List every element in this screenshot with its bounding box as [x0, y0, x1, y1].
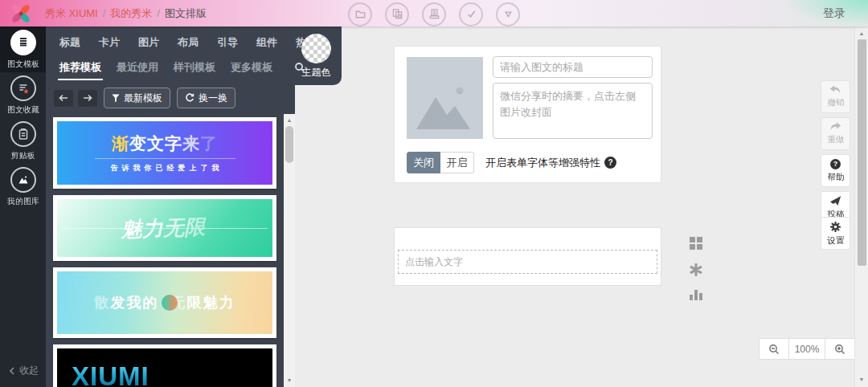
tab-image[interactable]: 图片	[138, 35, 159, 50]
arrow-left-icon	[59, 94, 68, 102]
collapse-sidebar-button[interactable]: 收起	[9, 364, 39, 377]
filter-funnel-icon	[112, 94, 120, 103]
redo-button[interactable]: 重做	[821, 117, 850, 150]
mountain-placeholder-icon	[413, 76, 477, 134]
zoom-out-button[interactable]	[759, 338, 789, 360]
tab-title[interactable]: 标题	[59, 35, 80, 50]
category-tabs: 标题 卡片 图片 布局 引导 组件 热门	[46, 26, 342, 50]
template-preview: 散发我的无限魅力	[57, 271, 272, 334]
tab-layout[interactable]: 布局	[178, 35, 199, 50]
xiumi-logo-icon[interactable]	[10, 3, 31, 24]
scroll-up-icon[interactable]: ▲	[284, 116, 295, 124]
save-copy-icon[interactable]	[385, 2, 409, 26]
scrollbar-thumb[interactable]	[858, 39, 866, 266]
help-button[interactable]: ? 帮助	[821, 154, 850, 187]
scroll-up-icon[interactable]: ▲	[855, 30, 868, 38]
image-mountain-icon	[10, 167, 36, 193]
sidebar-item-label: 我的图库	[7, 196, 39, 206]
xiumi-editor: 秀米 XIUMI / 我的秀米 / 图文排版	[0, 0, 868, 387]
sidebar-item-label: 剪贴板	[11, 150, 35, 161]
arrow-right-icon	[83, 94, 92, 102]
breadcrumb: 秀米 XIUMI / 我的秀米 / 图文排版	[45, 6, 207, 21]
breadcrumb-current: 图文排版	[165, 6, 207, 21]
zoom-level-value[interactable]: 100%	[788, 338, 825, 360]
check-icon[interactable]	[459, 2, 483, 26]
redo-label: 重做	[827, 133, 844, 145]
template-card-infinite-charm[interactable]: 散发我的无限魅力	[53, 267, 276, 338]
theme-color-label: 主题色	[302, 66, 331, 79]
header-action-icons	[348, 1, 520, 27]
template-preview: 魅力无限	[57, 199, 272, 257]
template-title: 渐变文字来了	[112, 132, 218, 155]
tab-more[interactable]: 更多模板	[231, 60, 272, 75]
grid-icon[interactable]	[690, 237, 702, 250]
tab-guide[interactable]: 引导	[217, 35, 238, 50]
template-card-charm[interactable]: 魅力无限	[53, 195, 276, 261]
dropdown-triangle-icon[interactable]	[496, 2, 520, 26]
refresh-icon	[185, 93, 194, 103]
asterisk-icon[interactable]	[690, 263, 702, 276]
tab-recent[interactable]: 最近使用	[117, 60, 158, 75]
settings-label: 设置	[827, 234, 844, 246]
breadcrumb-separator: /	[157, 7, 160, 19]
help-question-icon[interactable]: ?	[604, 157, 616, 169]
undo-button[interactable]: 撤销	[821, 80, 850, 113]
next-page-button[interactable]	[78, 90, 97, 107]
tab-recommended[interactable]: 推荐模板	[59, 60, 101, 75]
doc-lines-icon	[10, 30, 36, 55]
zoom-in-button[interactable]	[825, 338, 855, 360]
source-tabs: 推荐模板 最近使用 样刊模板 更多模板	[46, 50, 342, 75]
template-card-gradient-text[interactable]: 渐变文字来了 告诉我你已经爱上了我	[53, 117, 276, 189]
latest-templates-label: 最新模板	[124, 92, 162, 105]
latest-templates-button[interactable]: 最新模板	[104, 88, 170, 108]
bar-chart-icon[interactable]	[690, 290, 702, 300]
shuffle-button[interactable]: 换一换	[177, 88, 235, 108]
cover-image-placeholder[interactable]	[407, 57, 483, 139]
template-tabs-box: 标题 卡片 图片 布局 引导 组件 热门 推荐模板 最近使用 样刊模板 更多模板…	[46, 26, 342, 85]
article-title-input[interactable]	[493, 56, 653, 78]
enhance-toggle-row: 关闭 开启 开启表单字体等增强特性 ?	[407, 152, 616, 173]
zoom-out-icon	[768, 344, 780, 355]
enhance-feature-label: 开启表单字体等增强特性	[485, 156, 600, 170]
tab-component[interactable]: 组件	[256, 35, 277, 50]
doc-star-icon	[10, 75, 36, 101]
redo-icon	[829, 122, 841, 132]
sidebar-item-templates[interactable]: 图文模板	[0, 26, 46, 72]
sidebar-item-clipboard[interactable]: 剪贴板	[0, 118, 46, 164]
tab-card[interactable]: 卡片	[99, 35, 120, 50]
login-button[interactable]: 登录	[823, 6, 845, 21]
folder-icon[interactable]	[348, 2, 372, 26]
main-scrollbar[interactable]: ▲ ▼	[854, 26, 868, 387]
scroll-down-icon[interactable]: ▼	[284, 377, 295, 385]
sidebar-item-favorites[interactable]: 图文收藏	[0, 72, 46, 118]
collapse-label: 收起	[19, 364, 39, 377]
undo-icon	[829, 85, 841, 95]
theme-color-picker[interactable]: 主题色	[301, 34, 331, 79]
toggle-off-button[interactable]: 关闭	[407, 152, 440, 173]
breadcrumb-separator: /	[103, 7, 106, 19]
breadcrumb-brand[interactable]: 秀米 XIUMI	[45, 6, 98, 21]
help-label: 帮助	[827, 171, 844, 182]
article-summary-input[interactable]	[493, 83, 653, 139]
tab-sample[interactable]: 样刊模板	[174, 60, 215, 75]
template-title: 魅力无限	[120, 213, 210, 244]
sidebar-item-label: 图文收藏	[7, 104, 39, 115]
breadcrumb-my-xiumi[interactable]: 我的秀米	[110, 6, 152, 21]
settings-button[interactable]: 设置	[821, 217, 850, 250]
text-input-area[interactable]: 点击输入文字	[398, 250, 657, 274]
toggle-on-button[interactable]: 开启	[440, 152, 474, 173]
printer-icon[interactable]	[422, 2, 446, 26]
canvas-side-icons	[690, 237, 702, 300]
sidebar-item-gallery[interactable]: 我的图库	[0, 164, 46, 210]
sidebar: 图文模板 图文收藏 剪贴板 我的图库	[0, 26, 46, 387]
template-card-xiumi[interactable]: XIUMI	[53, 344, 276, 387]
help-icon: ?	[830, 159, 841, 169]
template-scrollbar[interactable]: ▲ ▼	[284, 114, 295, 387]
template-preview: 渐变文字来了 告诉我你已经爱上了我	[57, 121, 272, 185]
scroll-down-icon[interactable]: ▼	[855, 376, 868, 384]
prev-page-button[interactable]	[54, 90, 73, 107]
paper-plane-icon	[829, 195, 841, 206]
zoom-bar: 100%	[759, 338, 855, 360]
sidebar-item-label: 图文模板	[7, 59, 39, 69]
scrollbar-thumb[interactable]	[285, 126, 293, 163]
